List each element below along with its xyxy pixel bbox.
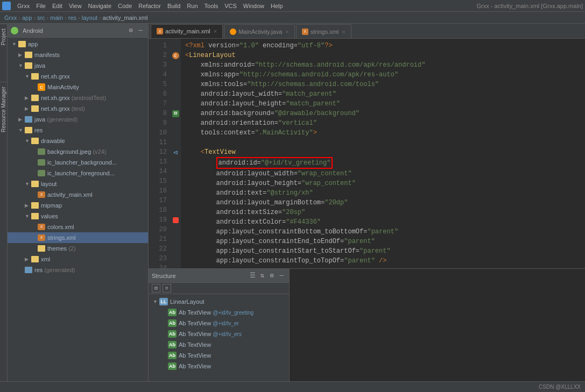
tv-icon-5: Ab [168,352,177,359]
arrow-drawable [25,138,31,144]
struct-view-btn[interactable]: ⊞ [152,284,160,293]
tree-item-colors[interactable]: X colors.xml [8,222,148,232]
structure-panel-title: Structure [152,273,176,279]
menu-window[interactable]: Window [240,3,267,9]
tree-item-ic-launcher-bg[interactable]: ic_launcher_background... [8,157,148,168]
panel-collapse-btn[interactable]: — [136,26,145,35]
struct-tv-greeting[interactable]: Ab Ab TextView @+id/tv_greeting [149,307,289,318]
tree-item-java[interactable]: java [8,60,148,71]
tree-item-androidtest[interactable]: net.xh.grxx (androidTest) [8,92,148,103]
menu-refactor[interactable]: Refactor [135,3,164,9]
tree-item-xml[interactable]: xml [8,254,148,265]
arrow-xml [25,256,31,262]
tree-item-java-generated[interactable]: java (generated) [8,114,148,125]
menu-vcs[interactable]: VCS [221,3,240,9]
menu-build[interactable]: Build [164,3,184,9]
tab-strings[interactable]: X strings.xml × [296,24,351,38]
struct-hide-btn[interactable]: — [277,272,286,280]
tree-item-ic-launcher-fg[interactable]: ic_launcher_foreground... [8,168,148,179]
editor-gutter: C 🖼 ⊲ [170,39,181,268]
code-line-5: xmlns:tools="http://schemas.android.com/… [181,80,585,89]
struct-tv-6[interactable]: Ab Ab TextView [149,361,289,372]
breadcrumb-src[interactable]: src [37,15,45,21]
code-line-1: <?xml version="1.0" encoding="utf-8"?> [181,41,585,51]
menu-tools[interactable]: Tools [201,3,222,9]
menu-code[interactable]: Code [115,3,135,9]
tree-item-res[interactable]: res [8,125,148,136]
tv-icon-2: Ab [168,319,177,327]
struct-expand-btn[interactable]: ⇅ [258,272,266,280]
menu-edit[interactable]: Edit [49,3,66,9]
breadcrumb-file: activity_main.xml [103,15,148,21]
tab-activity-main-close[interactable]: × [214,28,217,34]
window-title: Grxx - activity_main.xml [Grxx.app.main] [477,3,583,9]
code-line-3: xmlns:android="http://schemas.android.co… [181,60,585,70]
project-panel: Android ⚙ — app manifests java [8,24,149,381]
menu-help[interactable]: Help [267,3,286,9]
code-line-12: <TextView [181,147,585,157]
tree-item-manifests[interactable]: manifests [8,49,148,60]
side-tab-resource[interactable]: Resource Manager [0,82,7,137]
tree-item-app[interactable]: app [8,39,148,49]
img-badge-line8: 🖼 [172,110,179,117]
tab-activity-main-label: activity_main.xml [165,28,210,34]
panel-settings-btn[interactable]: ⚙ [126,26,135,35]
breadcrumb-main[interactable]: main [50,15,63,21]
struct-sort-btn[interactable]: ☰ [248,272,257,280]
tree-item-values[interactable]: values [8,211,148,222]
breadcrumb-grxx[interactable]: Grxx [4,15,17,21]
arrow-test [25,106,31,111]
arrow-values [25,213,31,219]
code-line-2: <LinearLayout [181,51,585,60]
breadcrumb-layout[interactable]: layout [82,15,97,21]
code-content[interactable]: <?xml version="1.0" encoding="utf-8"?> <… [181,39,585,268]
tree-item-themes[interactable]: themes (2) [8,243,148,254]
side-tab-project[interactable]: Project [0,24,7,49]
tree-item-layout[interactable]: layout [8,179,148,189]
code-line-14: android:layout_width="wrap_content" [181,169,585,179]
code-line-23: app:layout_constraintTop_toTopOf="parent… [181,256,585,266]
code-line-15: android:layout_height="wrap_content" [181,179,585,188]
tab-mainactivity-label: MainActivity.java [238,28,282,35]
tab-mainactivity-close[interactable]: × [285,28,288,35]
struct-tv-ers[interactable]: Ab Ab TextView @+id/tv_ers [149,329,289,339]
menu-view[interactable]: View [66,3,85,9]
tab-strings-close[interactable]: × [342,28,345,35]
code-line-17: android:layout_marginBottom="20dp" [181,198,585,208]
android-icon [11,27,18,34]
struct-tv-er[interactable]: Ab Ab TextView @+id/tv_er [149,318,289,329]
struct-linearlayout[interactable]: LL LinearLayout [149,296,289,307]
struct-tree[interactable]: LL LinearLayout Ab Ab TextView @+id/tv_g… [149,294,289,381]
breadcrumb-res[interactable]: res [68,15,76,21]
code-line-22: app:layout_constraintStart_toStartOf="pa… [181,246,585,256]
code-line-18: android:textSize="20sp" [181,208,585,217]
menu-navigate[interactable]: Navigate [85,3,115,9]
tree-item-package[interactable]: net.xh.grxx [8,71,148,82]
struct-list-btn[interactable]: ≡ [163,284,171,293]
menu-file[interactable]: File [33,3,49,9]
tab-activity-main[interactable]: X activity_main.xml × [151,24,223,38]
breadcrumb-app[interactable]: app [22,15,32,21]
tree-item-test[interactable]: net.xh.grxx (test) [8,103,148,114]
menu-grxx[interactable]: Grxx [14,3,33,9]
tree-item-activity-main[interactable]: X activity_main.xml [8,189,148,200]
struct-tv-5[interactable]: Ab Ab TextView [149,350,289,361]
tree-item-mipmap[interactable]: mipmap [8,200,148,211]
tab-mainactivity[interactable]: MainActivity.java × [224,24,295,38]
tree-item-bg-jpeg[interactable]: background.jpeg (v24) [8,146,148,157]
project-tree[interactable]: app manifests java net.xh.grxx [8,38,148,381]
menu-run[interactable]: Run [184,3,201,9]
arrow-layout [25,181,31,187]
tree-item-drawable[interactable]: drawable [8,136,148,146]
code-line-20: app:layout_constraintBottom_toBottomOf="… [181,227,585,237]
arrow-manifests [18,52,25,58]
ll-icon: LL [159,298,168,305]
code-line-9: android:orientation="vertical" [181,118,585,128]
tree-item-res-generated[interactable]: res (generated) [8,265,148,275]
struct-tv-4[interactable]: Ab Ab TextView [149,339,289,350]
tree-item-mainactivity[interactable]: C MainActivity [8,82,148,92]
tv-icon-4: Ab [168,341,177,348]
struct-settings-btn[interactable]: ⚙ [267,272,276,280]
tree-item-strings[interactable]: X strings.xml [8,232,148,243]
structure-panel: Structure ☰ ⇅ ⚙ — ⊞ ≡ LL LinearLayou [149,269,290,381]
